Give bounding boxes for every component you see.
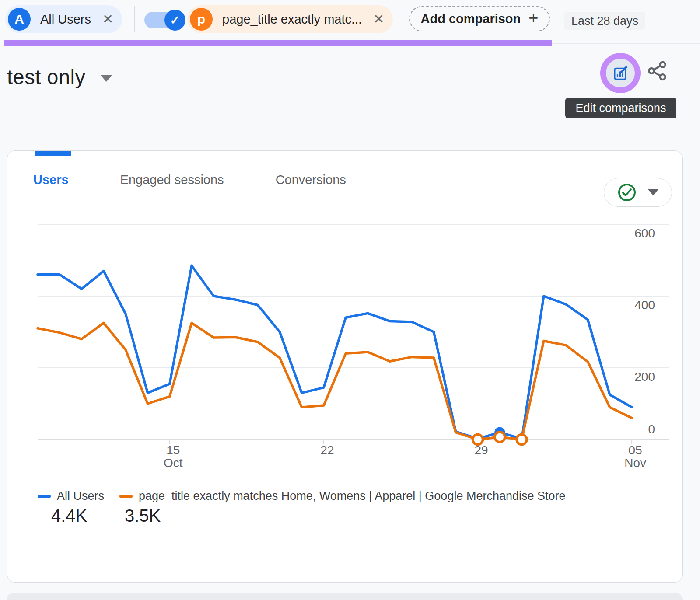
report-title-dropdown[interactable]: test only bbox=[7, 65, 112, 89]
y-axis-label-200: 200 bbox=[634, 370, 655, 384]
next-card-edge bbox=[7, 593, 682, 600]
add-comparison-label: Add comparison bbox=[420, 12, 521, 26]
comparison-chip-page-title[interactable]: p page_title exactly matc... ✕ bbox=[187, 5, 393, 33]
legend-item-page-title: page_title exactly matches Home, Womens … bbox=[119, 489, 566, 503]
x-axis-sublabel: Nov bbox=[624, 456, 646, 470]
edit-comparisons-button[interactable] bbox=[600, 53, 640, 93]
comparison-chip-label: All Users bbox=[40, 12, 91, 27]
comparison-p-avatar: p bbox=[190, 8, 213, 31]
add-comparison-button[interactable]: Add comparison + bbox=[409, 6, 550, 31]
page-title: test only bbox=[7, 65, 86, 89]
close-icon[interactable]: ✕ bbox=[373, 13, 384, 26]
plus-icon: + bbox=[528, 10, 538, 26]
comparison-toolbar: A All Users ✕ ✓ p page_title exactly mat… bbox=[0, 0, 700, 40]
comparison-a-avatar: A bbox=[8, 8, 31, 31]
legend-swatch-blue bbox=[38, 495, 51, 498]
report-card: Users Engaged sessions Conversions 02004… bbox=[7, 150, 682, 583]
x-axis-label: 22 bbox=[320, 443, 334, 457]
comparison-chip-label: page_title exactly matc... bbox=[222, 12, 362, 27]
close-icon[interactable]: ✕ bbox=[102, 13, 113, 26]
legend-label: All Users bbox=[57, 489, 104, 503]
toolbar-divider bbox=[134, 6, 135, 32]
edit-comparisons-icon bbox=[606, 59, 635, 87]
date-range-selector[interactable]: Last 28 days bbox=[564, 12, 645, 30]
y-axis-label-0: 0 bbox=[648, 422, 655, 436]
chart-line-page-title bbox=[38, 323, 632, 440]
y-axis-label-600: 600 bbox=[634, 227, 655, 240]
total-page-title: 3.5K bbox=[125, 506, 161, 526]
comparison-toggle[interactable]: ✓ bbox=[144, 12, 183, 28]
y-axis-label-400: 400 bbox=[634, 298, 655, 312]
toggle-check-icon: ✓ bbox=[164, 10, 186, 31]
x-axis-sublabel: Oct bbox=[164, 456, 183, 470]
chevron-down-icon bbox=[101, 75, 112, 82]
comparison-active-bar bbox=[4, 40, 552, 46]
highlight-circle-orange bbox=[517, 435, 527, 445]
x-axis-label: 15 bbox=[166, 443, 180, 457]
highlight-circle-orange bbox=[473, 435, 483, 445]
chart-legend: All Users page_title exactly matches Hom… bbox=[7, 489, 682, 507]
toolbar-hairline bbox=[552, 43, 700, 44]
x-axis-label: 05 bbox=[629, 443, 642, 457]
edit-comparisons-tooltip: Edit comparisons bbox=[565, 98, 676, 118]
viewport-edge bbox=[696, 44, 697, 600]
share-button[interactable] bbox=[647, 60, 668, 81]
comparison-chip-all-users[interactable]: A All Users ✕ bbox=[5, 5, 122, 33]
total-all-users: 4.4K bbox=[51, 506, 87, 526]
users-trend-chart: 020040060015Oct222905Nov bbox=[7, 151, 683, 583]
legend-swatch-orange bbox=[119, 495, 133, 498]
legend-label: page_title exactly matches Home, Womens … bbox=[139, 489, 566, 503]
legend-item-all-users: All Users bbox=[38, 489, 104, 503]
highlight-circle-orange bbox=[495, 432, 505, 442]
